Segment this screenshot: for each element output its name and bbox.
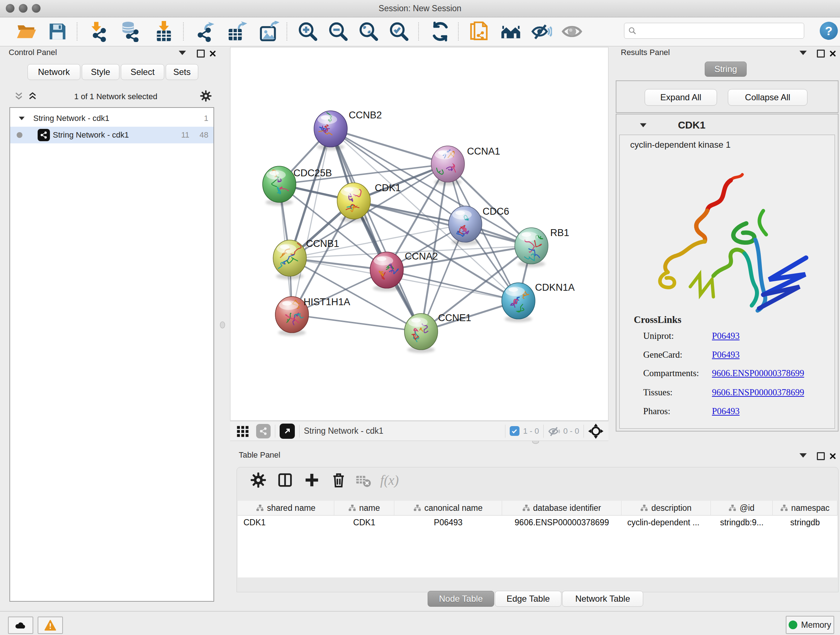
help-icon[interactable]: ?	[820, 22, 838, 40]
column-header-database-identifier[interactable]: database identifier	[502, 501, 622, 515]
table-cell[interactable]: stringdb	[773, 516, 837, 529]
network-collection-row[interactable]: String Network - cdk1 1	[10, 110, 213, 127]
tab-node-table[interactable]: Node Table	[428, 591, 494, 607]
table-gear-icon[interactable]	[250, 472, 267, 488]
control-panel-float-icon[interactable]	[197, 50, 205, 57]
grid-view-icon[interactable]	[236, 424, 249, 438]
column-header-canonical-name[interactable]: canonical name	[394, 501, 502, 515]
crosslink-tissues[interactable]: 9606.ENSP00000378699	[712, 387, 804, 397]
selected-checkbox-icon[interactable]	[510, 426, 519, 436]
tab-select[interactable]: Select	[121, 64, 164, 80]
column-header-name[interactable]: name	[334, 501, 394, 515]
delete-table-icon[interactable]	[355, 472, 371, 488]
import-string-file-icon[interactable]	[469, 21, 490, 42]
cloud-button[interactable]	[8, 616, 33, 634]
column-type-icon	[780, 504, 788, 512]
crosslink-pharos[interactable]: P06493	[712, 406, 739, 416]
table-panel-close-icon[interactable]	[829, 453, 836, 461]
network-edge[interactable]	[292, 315, 421, 332]
results-panel-menu-icon[interactable]	[799, 51, 807, 55]
search-field[interactable]	[624, 23, 804, 39]
tab-sets[interactable]: Sets	[166, 64, 198, 80]
splitter-handle[interactable]	[220, 321, 225, 328]
preview-eye-icon[interactable]	[561, 21, 583, 42]
network-node-CCNB1[interactable]: CCNB1	[273, 238, 339, 279]
collection-expander-icon[interactable]	[19, 117, 25, 120]
tab-style[interactable]: Style	[82, 64, 119, 80]
network-node-HIST1H1A[interactable]: HIST1H1A	[275, 296, 350, 336]
table-cell[interactable]: stringdb:9...	[711, 516, 773, 529]
column-header-namespac[interactable]: namespac	[773, 501, 837, 515]
show-columns-icon[interactable]	[277, 472, 294, 488]
import-network-database-icon[interactable]	[119, 21, 141, 42]
network-row[interactable]: String Network - cdk1 11 48	[10, 127, 213, 143]
hidden-eye-slash-icon[interactable]	[548, 426, 561, 437]
export-image-icon[interactable]	[258, 21, 279, 42]
gear-icon[interactable]	[200, 90, 212, 102]
memory-button[interactable]: Memory	[786, 616, 834, 634]
table-cell[interactable]: cyclin-dependent ...	[622, 516, 711, 529]
crosslink-uniprot[interactable]: P06493	[712, 331, 739, 341]
table-cell[interactable]: P06493	[394, 516, 502, 529]
detach-view-icon[interactable]	[279, 424, 295, 439]
tab-edge-table[interactable]: Edge Table	[495, 591, 561, 607]
refresh-icon[interactable]	[430, 21, 451, 42]
control-panel-menu-icon[interactable]	[179, 51, 186, 55]
zoom-fit-icon[interactable]	[358, 21, 379, 42]
export-network-icon[interactable]	[195, 21, 216, 42]
collapse-all-icon[interactable]	[14, 91, 24, 101]
table-panel-menu-icon[interactable]	[799, 453, 807, 458]
column-header-shared-name[interactable]: shared name	[238, 501, 334, 515]
crosslink-compartments[interactable]: 9606.ENSP00000378699	[712, 368, 804, 378]
tab-string[interactable]: String	[705, 62, 747, 77]
birds-eye-view-icon[interactable]	[588, 424, 603, 439]
hide-graphics-eye-slash-icon[interactable]	[531, 21, 552, 42]
results-panel-float-icon[interactable]	[817, 50, 825, 57]
results-panel-close-icon[interactable]	[829, 50, 836, 59]
add-column-icon[interactable]	[303, 472, 320, 488]
network-edge[interactable]	[292, 129, 331, 315]
control-panel-close-icon[interactable]	[209, 50, 216, 59]
zoom-out-icon[interactable]	[328, 21, 349, 42]
network-share-view-icon[interactable]	[256, 424, 271, 439]
node-label: CCNE1	[438, 312, 471, 323]
network-node-RB1[interactable]: RB1	[515, 227, 569, 267]
column-header--id[interactable]: @id	[711, 501, 773, 515]
network-node-CCNA1[interactable]: CCNA1	[431, 146, 500, 185]
table-cell[interactable]: CDK1	[334, 516, 394, 529]
crosslink-genecard[interactable]: P06493	[712, 350, 739, 360]
zoom-in-icon[interactable]	[297, 21, 318, 42]
collapse-all-button[interactable]: Collapse All	[728, 89, 807, 106]
network-node-CDKN1A[interactable]: CDKN1A	[502, 282, 575, 322]
warning-button[interactable]	[38, 616, 63, 634]
open-session-icon[interactable]	[16, 21, 37, 42]
table-cell[interactable]: CDK1	[238, 516, 334, 529]
delete-column-icon[interactable]	[330, 472, 347, 488]
network-edge[interactable]	[387, 270, 518, 301]
memory-status-dot	[789, 621, 797, 629]
tab-network[interactable]: Network	[27, 64, 80, 80]
network-canvas[interactable]: CCNB2CCNA1CDC25BCDK1CDC6RB1CCNB1CCNA2CDK…	[230, 47, 608, 421]
import-table-file-icon[interactable]	[153, 21, 174, 42]
home-icon[interactable]	[501, 21, 522, 42]
crosslink-row: Uniprot: P06493	[643, 331, 831, 341]
column-header-description[interactable]: description	[622, 501, 711, 515]
protein-structure-image	[636, 170, 824, 322]
network-node-CCNE1[interactable]: CCNE1	[404, 312, 471, 353]
expand-all-icon[interactable]	[27, 91, 38, 101]
expand-all-button[interactable]: Expand All	[645, 89, 717, 106]
network-tree: String Network - cdk1 1 String Network -…	[9, 107, 214, 602]
table-cell[interactable]: 9606.ENSP00000378699	[502, 516, 622, 529]
network-node-CDC25B[interactable]: CDC25B	[263, 166, 332, 206]
zoom-selected-icon[interactable]	[388, 21, 409, 42]
tab-network-table[interactable]: Network Table	[562, 591, 643, 607]
import-network-file-icon[interactable]	[88, 21, 109, 42]
search-input[interactable]	[637, 26, 794, 35]
results-panel-title: Results Panel	[621, 48, 670, 57]
save-session-icon[interactable]	[47, 21, 68, 42]
network-edge[interactable]	[331, 129, 448, 164]
function-builder-icon[interactable]: f(x)	[380, 472, 399, 488]
network-node-CDC6[interactable]: CDC6	[448, 206, 509, 245]
table-panel-float-icon[interactable]	[817, 452, 825, 460]
export-table-icon[interactable]	[226, 21, 248, 42]
